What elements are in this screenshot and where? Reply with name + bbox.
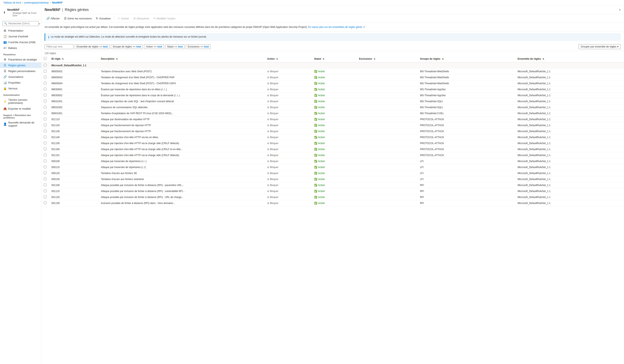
sidebar-item-presentation[interactable]: ⊞ Présentation — [0, 28, 41, 33]
row-checkbox-931120[interactable] — [44, 196, 47, 198]
close-button[interactable]: × — [619, 8, 621, 12]
block-icon: ⊘ — [267, 124, 269, 127]
collapse-sidebar-button[interactable]: « — [39, 22, 40, 25]
row-checkbox-931110[interactable] — [44, 189, 47, 192]
row-checkbox-99031001[interactable] — [44, 100, 47, 103]
row-checkbox-99030001[interactable] — [44, 88, 47, 90]
active-icon: ✅ — [314, 184, 317, 187]
row-checkbox-cell — [41, 140, 49, 146]
row-id: 99031002 — [49, 104, 99, 110]
breadcrumb-sep1: › — [22, 1, 23, 4]
header-ensemble[interactable]: Ensemble de règles ⇅ — [515, 55, 624, 62]
filter-tag-ensemble[interactable]: Ensemble de règles == tout — [75, 44, 110, 49]
sidebar-label-regles-gerees: Règles gérées — [8, 64, 26, 67]
breadcrumb-home[interactable]: Tableau de bord — [3, 1, 21, 4]
row-checkbox-930100[interactable] — [44, 160, 47, 162]
table-row: 921130 Attaque par fractionnement de rép… — [41, 129, 624, 134]
filter-tag-exclusions[interactable]: Exclusions == tout — [186, 44, 210, 49]
activer-button[interactable]: ✓ Activer — [116, 16, 131, 21]
row-exclusions — [357, 194, 417, 200]
sidebar-item-verrous[interactable]: 🔒 Verrous — [0, 85, 41, 91]
row-ensemble: Microsoft_DefaultRuleSet_1.1 — [515, 200, 624, 206]
row-checkbox-930130[interactable] — [44, 178, 47, 180]
filter-tag-groupe[interactable]: Groupe de règles == tout — [111, 44, 143, 49]
header-exclusions[interactable]: Exclusions ⇅ — [357, 55, 417, 62]
header-statut[interactable]: Statut ⇅ — [312, 55, 357, 62]
row-groupe: MS-ThreatIntel-WebShells — [417, 80, 515, 86]
header-action[interactable]: Action ⇅ — [265, 55, 312, 62]
row-exclusions — [357, 200, 417, 206]
row-checkbox-921151[interactable] — [44, 154, 47, 156]
header-groupe[interactable]: Groupe de règles ⇅ — [417, 55, 515, 62]
active-icon: ✅ — [314, 124, 317, 127]
row-exclusions — [357, 80, 417, 86]
regles-perso-icon: ☰ — [3, 69, 7, 73]
group-by-button[interactable]: Grouper par ensemble de règles ▾ — [578, 44, 621, 49]
row-checkbox-930110[interactable] — [44, 166, 47, 168]
active-icon: ✅ — [314, 88, 317, 91]
row-checkbox-921110[interactable] — [44, 118, 47, 120]
row-action: ⊘Bloquer — [265, 146, 312, 152]
search-input[interactable] — [2, 21, 39, 26]
sidebar-item-regles-personnalisees[interactable]: ☰ Règles personnalisées — [0, 68, 41, 74]
row-checkbox-99005004[interactable] — [44, 82, 47, 84]
active-icon: ✅ — [314, 100, 317, 103]
select-all-checkbox[interactable] — [44, 57, 47, 60]
row-ensemble: Microsoft_DefaultRuleSet_1.1 — [515, 104, 624, 110]
sidebar-item-support[interactable]: 👤 Nouvelle demande de support — [0, 120, 41, 129]
row-exclusions — [357, 86, 417, 93]
filter-tag-action[interactable]: Action == tout — [144, 44, 164, 49]
actualiser-button[interactable]: ↻ Actualiser — [94, 16, 112, 21]
sidebar-label-verrous: Verrous — [8, 87, 18, 90]
desactiver-button[interactable]: ⊘ Désactiver — [132, 16, 151, 21]
row-ensemble: Microsoft_DefaultRuleSet_1.1 — [515, 176, 624, 182]
block-icon: ⊘ — [267, 196, 269, 199]
row-description: Évasion par traversée de répertoires dan… — [99, 93, 265, 99]
sidebar-item-taches[interactable]: ⚡ Tâches (version préliminaire) — [0, 97, 41, 106]
row-checkbox-931130[interactable] — [44, 202, 47, 204]
sidebar-item-regles-gerees[interactable]: ☰ Règles gérées — [0, 62, 41, 68]
sidebar-item-exporter[interactable]: 📤 Exporter le modèle — [0, 106, 41, 111]
row-checkbox-921140[interactable] — [44, 136, 47, 138]
active-icon: ✅ — [314, 118, 317, 121]
row-checkbox-cell — [41, 110, 49, 116]
sidebar-item-proprietes[interactable]: 📊 Propriétés — [0, 80, 41, 85]
block-icon: ⊘ — [267, 118, 269, 121]
presentation-icon: ⊞ — [3, 29, 7, 32]
info-banner-icon: ℹ — [48, 35, 49, 39]
filter-input[interactable] — [45, 44, 74, 49]
row-checkbox-921150[interactable] — [44, 142, 47, 144]
sidebar-item-journal[interactable]: 📋 Journal d'activité — [0, 33, 41, 39]
breadcrumb-portal[interactable]: powerappsportalsetup — [24, 1, 49, 4]
group-checkbox[interactable] — [44, 64, 47, 66]
row-checkbox-921160[interactable] — [44, 148, 47, 150]
row-checkbox-930120[interactable] — [44, 172, 47, 174]
sidebar-ellipsis[interactable]: ... — [21, 8, 23, 11]
row-action: ⊘Bloquer — [265, 99, 312, 104]
modifier-action-button[interactable]: ✏ Modifier l'action — [152, 16, 177, 21]
row-checkbox-99005003[interactable] — [44, 76, 47, 78]
toolbar-sep1 — [114, 16, 114, 21]
affecter-button[interactable]: 🔗 Affecter — [45, 16, 61, 21]
row-statut: ✅Activé — [312, 170, 357, 176]
row-checkbox-cell — [41, 134, 49, 140]
header-id-regle[interactable]: ID règle ⇅ — [49, 55, 99, 62]
row-checkbox-99030002[interactable] — [44, 94, 47, 96]
row-checkbox-99031002[interactable] — [44, 106, 47, 108]
sidebar-item-controle[interactable]: 👥 Contrôle d'accès (IAM) — [0, 39, 41, 45]
filter-tag-statut[interactable]: Statut == tout — [165, 44, 184, 49]
row-checkbox-921120[interactable] — [44, 124, 47, 126]
row-checkbox-931100[interactable] — [44, 183, 47, 186]
gerer-exclusions-button[interactable]: ☰ Gérer les exclusions — [62, 16, 94, 21]
row-checkbox-921130[interactable] — [44, 130, 47, 132]
row-statut: ✅Activé — [312, 152, 357, 158]
block-icon: ⊘ — [267, 130, 269, 133]
row-checkbox-99005002[interactable] — [44, 70, 47, 73]
row-description: Tentative d'accès aux fichiers restreint… — [99, 176, 265, 182]
info-link[interactable]: En savoir plus sur les ensembles de règl… — [308, 26, 362, 28]
row-checkbox-99001001[interactable] — [44, 112, 47, 114]
sidebar-item-balises[interactable]: 🏷 Balises — [0, 45, 41, 51]
header-description[interactable]: Description ⇅ — [99, 55, 265, 62]
sidebar-item-associations[interactable]: 🔗 Associations — [0, 74, 41, 80]
sidebar-item-parametres-strategie[interactable]: ⚙ Paramètres de stratégie — [0, 56, 41, 62]
